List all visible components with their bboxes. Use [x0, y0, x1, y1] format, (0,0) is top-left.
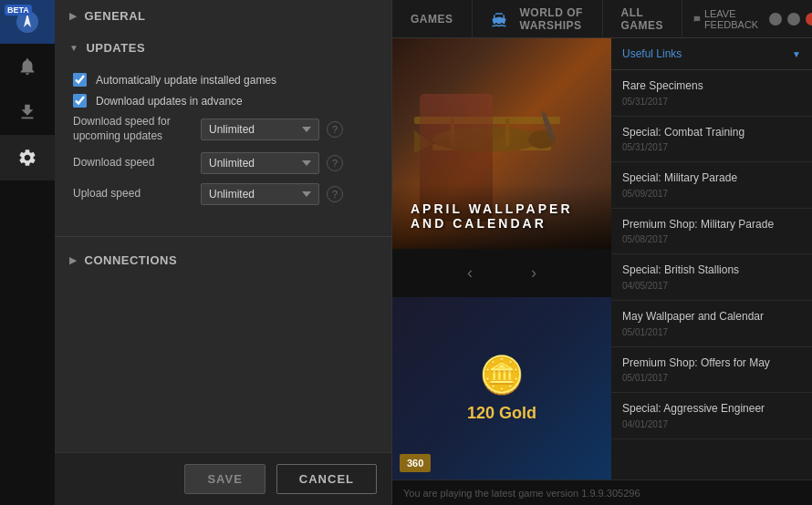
top-nav: GAMES WORLD OF WARSHIPS ALL GAMES LEAVE … — [392, 0, 812, 38]
news-item[interactable]: Special: British Stallions 04/05/2017 — [611, 254, 812, 301]
general-arrow-icon — [69, 11, 78, 21]
maximize-button[interactable] — [787, 13, 800, 26]
news-panel-header: Useful Links ▼ — [611, 38, 812, 70]
upload-speed-row: Upload speed Unlimited 128 KB/s 256 KB/s… — [73, 183, 373, 205]
news-list: Rare Specimens 05/31/2017 Special: Comba… — [611, 70, 812, 479]
upload-speed-info-icon[interactable]: ? — [327, 186, 343, 202]
news-item-date: 05/01/2017 — [622, 373, 801, 383]
prev-arrow[interactable]: ‹ — [456, 260, 484, 286]
carousel-nav: ‹ › — [392, 249, 611, 297]
download-advance-row: Download updates in advance — [73, 94, 373, 108]
general-label: GENERAL — [85, 9, 146, 23]
settings-footer: SAVE CANCEL — [55, 452, 391, 505]
download-speed-label: Download speed — [73, 156, 201, 170]
main-content: GAMES WORLD OF WARSHIPS ALL GAMES LEAVE … — [392, 0, 812, 505]
next-arrow[interactable]: › — [520, 260, 547, 286]
featured-image[interactable]: APRIL WALLPAPER AND CALENDAR — [392, 38, 611, 249]
news-item[interactable]: May Wallpaper and Calendar 05/01/2017 — [611, 301, 812, 347]
news-item[interactable]: Special: Combat Training 05/31/2017 — [611, 117, 812, 163]
tab-all-games-label: ALL GAMES — [621, 6, 664, 32]
connections-arrow-icon — [69, 255, 78, 265]
featured-title: APRIL WALLPAPER — [411, 201, 593, 216]
notifications-icon[interactable] — [0, 44, 55, 89]
connections-label: CONNECTIONS — [85, 253, 178, 267]
download-speed-row: Download speed Unlimited 128 KB/s 256 KB… — [73, 152, 373, 174]
settings-icon[interactable] — [0, 135, 55, 180]
news-item[interactable]: Premium Shop: Offers for May 05/01/2017 — [611, 347, 812, 394]
connections-section: CONNECTIONS — [55, 244, 391, 276]
divider — [55, 236, 391, 237]
news-item-date: 05/31/2017 — [622, 142, 801, 152]
news-item[interactable]: Rare Specimens 05/31/2017 — [611, 70, 812, 117]
useful-links-label[interactable]: Useful Links — [622, 47, 682, 60]
news-panel: Useful Links ▼ Rare Specimens 05/31/2017… — [611, 38, 812, 479]
status-bar: You are playing the latest game version … — [392, 479, 812, 505]
tab-games-label: GAMES — [411, 13, 453, 26]
download-advance-checkbox[interactable] — [73, 94, 87, 108]
warships-icon — [491, 10, 507, 28]
connections-section-header[interactable]: CONNECTIONS — [55, 244, 391, 276]
save-button[interactable]: SAVE — [184, 464, 265, 494]
download-speed-upcoming-select[interactable]: Unlimited 128 KB/s 256 KB/s 512 KB/s 1 M… — [201, 119, 319, 140]
svg-rect-8 — [505, 119, 509, 146]
download-advance-label: Download updates in advance — [96, 95, 243, 108]
general-section-header[interactable]: GENERAL — [55, 0, 391, 32]
news-item-title: Premium Shop: Offers for May — [622, 356, 801, 371]
upload-speed-select[interactable]: Unlimited 128 KB/s 256 KB/s 512 KB/s 1 M… — [201, 183, 319, 205]
close-button[interactable] — [806, 13, 812, 26]
coins-icon: 🪙 — [479, 354, 525, 397]
upload-speed-control: Unlimited 128 KB/s 256 KB/s 512 KB/s 1 M… — [201, 183, 373, 205]
tab-world-of-warships[interactable]: WORLD OF WARSHIPS — [473, 0, 603, 37]
tab-games[interactable]: GAMES — [392, 0, 473, 37]
upload-speed-label: Upload speed — [73, 187, 201, 201]
window-controls — [769, 13, 812, 26]
content-area: APRIL WALLPAPER AND CALENDAR ‹ › 🪙 120 G… — [392, 38, 812, 479]
download-speed-upcoming-label: Download speed for upcoming updates — [73, 115, 201, 143]
news-item-date: 05/01/2017 — [622, 327, 801, 337]
minimize-button[interactable] — [769, 13, 782, 26]
beta-badge: BETA — [5, 5, 32, 15]
status-text: You are playing the latest game version … — [403, 488, 640, 499]
leave-feedback-button[interactable]: LEAVE FEEDBACK — [693, 8, 762, 30]
download-speed-select[interactable]: Unlimited 128 KB/s 256 KB/s 512 KB/s 1 M… — [201, 152, 319, 174]
news-item-title: Special: Military Parade — [622, 171, 801, 186]
download-speed-upcoming-control: Unlimited 128 KB/s 256 KB/s 512 KB/s 1 M… — [201, 119, 373, 140]
news-item-title: Special: Aggressive Engineer — [622, 402, 801, 417]
auto-update-checkbox[interactable] — [73, 73, 87, 87]
updates-section-body: Automatically update installed games Dow… — [55, 64, 391, 229]
updates-section-header[interactable]: UPDATES — [55, 32, 391, 64]
news-item-title: Special: British Stallions — [622, 263, 801, 278]
featured-overlay: APRIL WALLPAPER AND CALENDAR — [392, 183, 611, 249]
updates-arrow-icon — [69, 43, 78, 53]
news-item[interactable]: Special: Aggressive Engineer 04/01/2017 — [611, 393, 812, 439]
news-item[interactable]: Special: Military Parade 05/09/2017 — [611, 162, 812, 209]
featured-area: APRIL WALLPAPER AND CALENDAR ‹ › 🪙 120 G… — [392, 38, 611, 479]
news-item-title: May Wallpaper and Calendar — [622, 310, 801, 325]
cancel-button[interactable]: CANCEL — [276, 464, 377, 494]
news-item-title: Premium Shop: Military Parade — [622, 218, 801, 232]
sidebar: BETA — [0, 0, 55, 505]
updates-label: UPDATES — [86, 41, 145, 55]
second-featured-item[interactable]: 🪙 120 Gold 360 — [392, 297, 611, 479]
news-item[interactable]: Premium Shop: Military Parade 05/08/2017 — [611, 209, 812, 255]
download-speed-control: Unlimited 128 KB/s 256 KB/s 512 KB/s 1 M… — [201, 152, 373, 174]
download-speed-upcoming-row: Download speed for upcoming updates Unli… — [73, 115, 373, 143]
settings-panel: GENERAL UPDATES Automatically update ins… — [55, 0, 392, 505]
featured-subtitle: AND CALENDAR — [411, 216, 593, 231]
download-speed-upcoming-info-icon[interactable]: ? — [327, 121, 343, 138]
tab-all-games[interactable]: ALL GAMES — [603, 0, 683, 37]
gold-badge-value: 360 — [407, 458, 423, 469]
news-item-date: 05/08/2017 — [622, 234, 801, 244]
top-nav-right: LEAVE FEEDBACK — [682, 0, 812, 37]
tab-warships-label: WORLD OF WARSHIPS — [520, 6, 584, 32]
gold-badge: 360 — [400, 454, 431, 472]
useful-links-arrow-icon: ▼ — [792, 49, 801, 59]
updates-section: UPDATES Automatically update installed g… — [55, 32, 391, 229]
auto-update-label: Automatically update installed games — [96, 74, 276, 87]
downloads-icon[interactable] — [0, 89, 55, 135]
gold-amount-label: 120 Gold — [467, 404, 536, 423]
download-speed-info-icon[interactable]: ? — [327, 155, 343, 171]
feedback-label: LEAVE FEEDBACK — [704, 8, 762, 30]
app-logo: BETA — [0, 0, 55, 44]
news-item-title: Special: Combat Training — [622, 126, 801, 140]
